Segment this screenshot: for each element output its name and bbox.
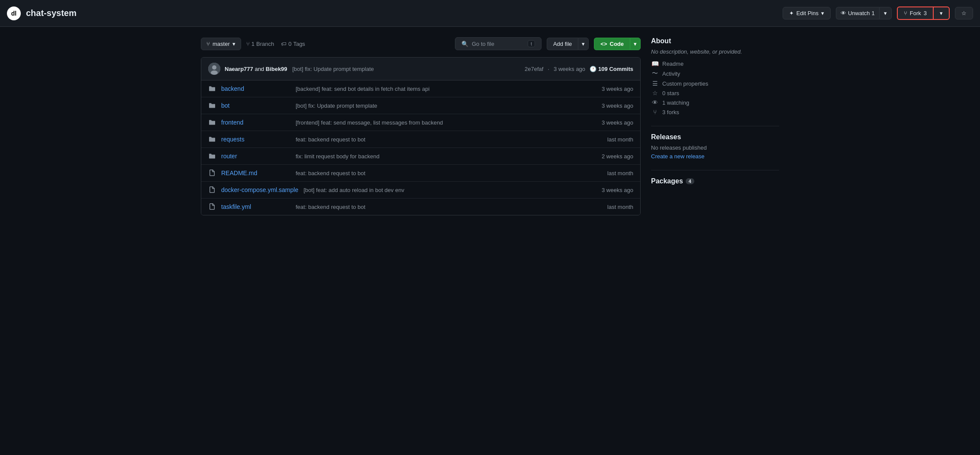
- activity-label: Activity: [662, 70, 680, 77]
- author1[interactable]: Naearp777: [225, 66, 253, 72]
- activity-link[interactable]: 〜 Activity: [651, 70, 779, 77]
- branch-count: 1: [251, 41, 255, 47]
- packages-badge: 4: [686, 178, 694, 184]
- author2[interactable]: Bibek99: [266, 66, 287, 72]
- commit-count[interactable]: 🕐 109 Commits: [590, 66, 633, 72]
- no-releases-text: No releases published: [651, 144, 779, 151]
- file-name[interactable]: README.md: [221, 170, 290, 176]
- fork-button[interactable]: ⑂ Fork 3: [897, 6, 933, 20]
- edit-pins-group: ✦ Edit Pins ▾: [783, 7, 831, 19]
- file-commit-message: [bot] feat: add auto reload in bot dev e…: [303, 187, 596, 193]
- branch-label: master: [213, 41, 230, 47]
- commits-label: 109 Commits: [598, 66, 633, 72]
- forks-link[interactable]: ⑂ 3 forks: [651, 109, 779, 115]
- commit-message: [bot] fix: Update prompt template: [292, 66, 374, 72]
- fork-count: 3: [924, 10, 927, 16]
- code-button[interactable]: <> Code: [594, 38, 630, 50]
- readme-icon: 📖: [651, 60, 659, 67]
- clock-icon: 🕐: [590, 66, 596, 72]
- divider1: [651, 126, 779, 126]
- releases-section: Releases No releases published Create a …: [651, 133, 779, 160]
- file-name[interactable]: router: [221, 153, 290, 160]
- about-title: About: [651, 37, 779, 45]
- table-row: requests feat: backend request to bot la…: [201, 131, 640, 148]
- unwatch-label: Unwatch: [848, 10, 870, 16]
- eye-icon: 👁: [841, 10, 846, 16]
- releases-title: Releases: [651, 133, 779, 141]
- watching-link[interactable]: 👁 1 watching: [651, 99, 779, 106]
- about-description: No description, website, or provided.: [651, 48, 779, 55]
- file-commit-message: feat: backend request to bot: [296, 204, 602, 210]
- branch-selector-button[interactable]: ⑂ master ▾: [201, 38, 241, 50]
- packages-title: Packages 4: [651, 177, 779, 185]
- file-commit-message: [bot] fix: Update prompt template: [296, 103, 596, 109]
- file-commit-message: fix: limit request body for backend: [296, 153, 596, 160]
- create-release-link[interactable]: Create a new release: [651, 153, 705, 160]
- file-commit-message: feat: backend request to bot: [296, 170, 602, 176]
- file-name[interactable]: taskfile.yml: [221, 203, 290, 210]
- tag-count: 0: [288, 41, 291, 47]
- divider2: [651, 170, 779, 170]
- file-name[interactable]: docker-compose.yml.sample: [221, 186, 298, 193]
- custom-properties-link[interactable]: ☰ Custom properties: [651, 80, 779, 87]
- file-commit-message: feat: backend request to bot: [296, 136, 602, 143]
- goto-file-button[interactable]: 🔍 Go to file t: [455, 37, 542, 50]
- fork-label: Fork: [910, 10, 921, 16]
- table-row: router fix: limit request body for backe…: [201, 148, 640, 165]
- packages-label: Packages: [651, 177, 683, 185]
- commit-hash[interactable]: 2e7efaf: [525, 66, 543, 72]
- branch-count-link[interactable]: ⑂ 1 Branch: [246, 41, 274, 47]
- table-row: bot [bot] fix: Update prompt template 3 …: [201, 97, 640, 114]
- right-panel: About No description, website, or provid…: [651, 37, 779, 215]
- unwatch-button[interactable]: 👁 Unwatch 1: [836, 7, 879, 19]
- watching-icon: 👁: [651, 99, 659, 106]
- svg-point-1: [212, 65, 216, 70]
- readme-label: Readme: [662, 61, 683, 67]
- file-commit-message: [backend] feat: send bot details in fetc…: [296, 86, 596, 92]
- goto-kbd: t: [528, 40, 535, 47]
- stars-link[interactable]: ☆ 0 stars: [651, 90, 779, 96]
- branch-text: Branch: [256, 41, 274, 47]
- file-icon: [208, 186, 216, 194]
- custom-properties-label: Custom properties: [662, 80, 708, 87]
- table-row: docker-compose.yml.sample [bot] feat: ad…: [201, 182, 640, 199]
- table-row: taskfile.yml feat: backend request to bo…: [201, 199, 640, 215]
- file-name[interactable]: frontend: [221, 119, 290, 126]
- tag-count-link[interactable]: 🏷 0 Tags: [281, 41, 305, 47]
- unwatch-count: 1: [872, 10, 875, 16]
- file-rows: backend [backend] feat: send bot details…: [201, 80, 640, 215]
- unwatch-caret-button[interactable]: ▾: [879, 7, 892, 19]
- file-name[interactable]: bot: [221, 102, 290, 109]
- file-time: last month: [607, 170, 633, 176]
- star-button[interactable]: ☆: [955, 7, 973, 19]
- file-time: 2 weeks ago: [602, 153, 633, 160]
- add-file-button[interactable]: Add file: [547, 38, 578, 50]
- branch-count-icon: ⑂: [246, 41, 250, 47]
- file-time: 3 weeks ago: [602, 119, 633, 126]
- star-count-icon: ☆: [651, 90, 659, 96]
- folder-icon: [208, 152, 216, 160]
- fork-caret-button[interactable]: ▾: [933, 6, 950, 20]
- file-commit-message: [frontend] feat: send message, list mess…: [296, 119, 596, 126]
- branch-bar: ⑂ master ▾ ⑂ 1 Branch 🏷 0 Tags 🔍 Go: [201, 37, 641, 50]
- file-time: last month: [607, 204, 633, 210]
- edit-pins-button[interactable]: ✦ Edit Pins ▾: [783, 7, 831, 19]
- file-name[interactable]: backend: [221, 85, 290, 92]
- avatar: [208, 63, 220, 75]
- forks-icon: ⑂: [651, 109, 659, 115]
- table-row: backend [backend] feat: send bot details…: [201, 80, 640, 97]
- commit-time: 3 weeks ago: [554, 66, 585, 72]
- file-time: 3 weeks ago: [602, 103, 633, 109]
- readme-link[interactable]: 📖 Readme: [651, 60, 779, 67]
- folder-icon: [208, 85, 216, 93]
- add-file-caret-button[interactable]: ▾: [578, 38, 589, 50]
- code-caret-button[interactable]: ▾: [630, 38, 641, 50]
- top-nav: dl chat-system ✦ Edit Pins ▾ 👁 Unwatch 1…: [0, 0, 980, 27]
- edit-pins-caret: ▾: [821, 10, 824, 16]
- folder-icon: [208, 135, 216, 143]
- svg-point-2: [211, 70, 218, 75]
- branch-icon: ⑂: [206, 41, 210, 47]
- file-name[interactable]: requests: [221, 136, 290, 143]
- code-label: Code: [610, 41, 624, 47]
- file-time: 3 weeks ago: [602, 86, 633, 92]
